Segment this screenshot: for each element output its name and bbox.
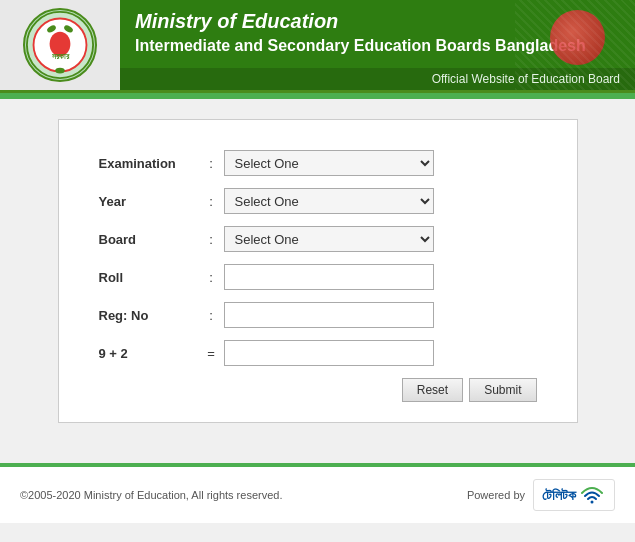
examination-select[interactable]: Select One SSC HSC JSC: [224, 150, 434, 176]
submit-button[interactable]: Submit: [469, 378, 536, 402]
powered-by-area: Powered by টেলিটক: [467, 479, 615, 511]
year-label: Year: [99, 194, 199, 209]
captcha-row: 9 + 2 =: [99, 340, 537, 366]
examination-label: Examination: [99, 156, 199, 171]
captcha-expression: 9 + 2: [99, 346, 128, 361]
reset-button[interactable]: Reset: [402, 378, 463, 402]
form-buttons: Reset Submit: [99, 378, 537, 402]
captcha-control: [224, 340, 434, 366]
copyright-text: ©2005-2020 Ministry of Education, All ri…: [20, 489, 282, 501]
footer: ©2005-2020 Ministry of Education, All ri…: [0, 463, 635, 523]
captcha-symbol: =: [199, 346, 224, 361]
header: সরকার Ministry of Education Intermediate…: [0, 0, 635, 93]
year-row: Year : Select One 2020 2019 2018: [99, 188, 537, 214]
logo-area: সরকার: [0, 0, 120, 90]
reg-no-label: Reg: No: [99, 308, 199, 323]
board-row: Board : Select One Dhaka Chittagong Rajs…: [99, 226, 537, 252]
decorative-circle: [550, 10, 605, 65]
captcha-label: 9 + 2: [99, 346, 199, 361]
roll-input[interactable]: [224, 264, 434, 290]
colon-3: :: [199, 232, 224, 247]
year-select[interactable]: Select One 2020 2019 2018: [224, 188, 434, 214]
colon-5: :: [199, 308, 224, 323]
colon-1: :: [199, 156, 224, 171]
official-website-label: Official Website of Education Board: [120, 68, 635, 90]
colon-4: :: [199, 270, 224, 285]
teletalk-brand-text: টেলিটক: [542, 487, 576, 504]
form-container: Examination : Select One SSC HSC JSC Yea…: [58, 119, 578, 423]
reg-no-control: [224, 302, 434, 328]
powered-by-label: Powered by: [467, 489, 525, 501]
reg-no-input[interactable]: [224, 302, 434, 328]
board-select[interactable]: Select One Dhaka Chittagong Rajshahi: [224, 226, 434, 252]
svg-point-7: [591, 501, 594, 504]
board-label: Board: [99, 232, 199, 247]
roll-control: [224, 264, 434, 290]
reg-no-row: Reg: No :: [99, 302, 537, 328]
teletalk-icon: [578, 484, 606, 506]
ministry-title: Ministry of Education: [120, 0, 635, 37]
colon-2: :: [199, 194, 224, 209]
examination-row: Examination : Select One SSC HSC JSC: [99, 150, 537, 176]
roll-label: Roll: [99, 270, 199, 285]
main-content: Examination : Select One SSC HSC JSC Yea…: [0, 99, 635, 443]
captcha-input[interactable]: [224, 340, 434, 366]
board-title: Intermediate and Secondary Education Boa…: [120, 37, 635, 65]
svg-point-6: [55, 68, 64, 74]
examination-control: Select One SSC HSC JSC: [224, 150, 434, 176]
header-text-area: Ministry of Education Intermediate and S…: [120, 0, 635, 90]
logo-emblem: সরকার: [23, 8, 97, 82]
teletalk-logo: টেলিটক: [533, 479, 615, 511]
roll-row: Roll :: [99, 264, 537, 290]
svg-text:সরকার: সরকার: [52, 52, 70, 61]
year-control: Select One 2020 2019 2018: [224, 188, 434, 214]
board-control: Select One Dhaka Chittagong Rajshahi: [224, 226, 434, 252]
